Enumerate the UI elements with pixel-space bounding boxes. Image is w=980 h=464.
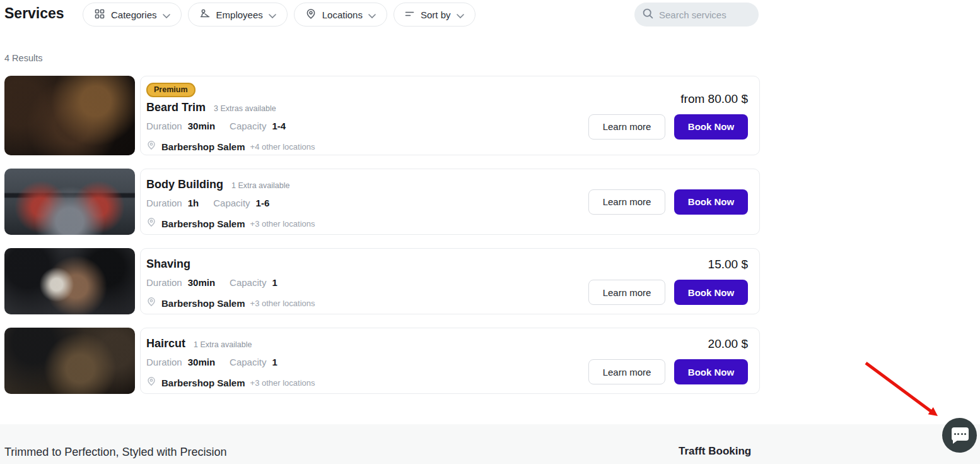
learn-more-button[interactable]: Learn more <box>588 359 665 384</box>
capacity-value: 1 <box>272 277 277 288</box>
capacity-value: 1-6 <box>256 198 270 208</box>
duration-label: Duration <box>146 357 182 367</box>
footer-tagline: Trimmed to Perfection, Styled with Preci… <box>4 446 226 459</box>
filter-bar: Categories Employees Locations <box>83 3 475 27</box>
body-building-photo <box>4 169 135 235</box>
location-name: Barbershop Salem <box>161 218 245 229</box>
location-pin-icon <box>146 297 156 309</box>
service-price: 20.00 $ <box>708 337 748 351</box>
service-meta: Duration 30min Capacity 1 <box>146 277 315 288</box>
service-meta: Duration 30min Capacity 1-4 <box>146 121 315 131</box>
chevron-down-icon <box>457 9 464 20</box>
service-card: Premium Beard Trim 3 Extras available Du… <box>140 76 760 155</box>
duration-label: Duration <box>146 277 182 288</box>
chevron-down-icon <box>269 9 276 20</box>
locations-filter[interactable]: Locations <box>294 3 387 27</box>
service-card: Body Building 1 Extra available Duration… <box>140 169 760 235</box>
capacity-label: Capacity <box>230 121 266 131</box>
location-pin-icon <box>146 376 156 389</box>
premium-badge: Premium <box>146 83 195 97</box>
service-location: Barbershop Salem +3 other locations <box>146 217 315 230</box>
other-locations: +4 other locations <box>250 142 315 152</box>
capacity-value: 1 <box>272 357 277 367</box>
grid-icon <box>94 8 105 21</box>
employee-icon <box>199 8 211 21</box>
service-actions: 20.00 $ Learn more Book Now <box>588 328 759 393</box>
sort-by-filter[interactable]: Sort by <box>394 3 475 27</box>
service-actions: from 80.00 $ Learn more Book Now <box>588 76 759 155</box>
service-details: Haircut 1 Extra available Duration 30min… <box>141 328 315 393</box>
other-locations: +3 other locations <box>250 219 315 229</box>
book-now-button[interactable]: Book Now <box>674 359 748 384</box>
duration-label: Duration <box>146 121 182 131</box>
search-input[interactable] <box>659 9 751 20</box>
location-pin-icon <box>146 217 156 230</box>
capacity-value: 1-4 <box>272 121 286 131</box>
other-locations: +3 other locations <box>250 299 315 308</box>
capacity-label: Capacity <box>230 357 266 367</box>
locations-filter-label: Locations <box>322 9 363 20</box>
page-footer: Trimmed to Perfection, Styled with Preci… <box>0 424 980 464</box>
service-card: Shaving Duration 30min Capacity 1 Barber… <box>140 248 760 314</box>
search-box <box>634 3 759 27</box>
beard-trim-photo <box>4 76 135 155</box>
learn-more-button[interactable]: Learn more <box>588 280 665 305</box>
results-count: 4 Results <box>4 53 42 63</box>
page-title: Services <box>4 5 64 22</box>
location-name: Barbershop Salem <box>161 141 245 152</box>
book-now-button[interactable]: Book Now <box>674 189 748 215</box>
service-actions: Learn more Book Now <box>588 169 759 234</box>
service-name: Beard Trim <box>146 101 206 114</box>
other-locations: +3 other locations <box>250 378 315 388</box>
service-price: from 80.00 $ <box>680 92 748 106</box>
service-extras: 1 Extra available <box>194 340 252 349</box>
categories-filter-label: Categories <box>111 9 157 20</box>
sort-icon <box>405 9 415 20</box>
book-now-button[interactable]: Book Now <box>674 280 748 305</box>
duration-label: Duration <box>146 198 182 208</box>
sort-by-filter-label: Sort by <box>421 9 451 20</box>
location-pin-icon <box>146 140 156 153</box>
location-name: Barbershop Salem <box>161 298 245 309</box>
search-icon <box>642 8 654 22</box>
employees-filter-label: Employees <box>216 9 263 20</box>
service-name: Shaving <box>146 258 190 271</box>
haircut-photo <box>4 328 135 394</box>
service-row-shaving: Shaving Duration 30min Capacity 1 Barber… <box>4 248 760 314</box>
chevron-down-icon <box>163 9 170 20</box>
service-row-haircut: Haircut 1 Extra available Duration 30min… <box>4 328 760 394</box>
employees-filter[interactable]: Employees <box>188 3 288 27</box>
book-now-button[interactable]: Book Now <box>674 114 748 140</box>
chat-bubble-icon <box>952 427 969 441</box>
service-details: Shaving Duration 30min Capacity 1 Barber… <box>141 249 315 314</box>
service-row-body-building: Body Building 1 Extra available Duration… <box>4 169 760 235</box>
service-extras: 1 Extra available <box>231 181 289 190</box>
duration-value: 1h <box>188 198 199 208</box>
service-card: Haircut 1 Extra available Duration 30min… <box>140 328 760 394</box>
service-location: Barbershop Salem +4 other locations <box>146 140 315 153</box>
learn-more-button[interactable]: Learn more <box>588 189 665 215</box>
capacity-label: Capacity <box>213 198 250 208</box>
service-actions: 15.00 $ Learn more Book Now <box>588 249 759 314</box>
duration-value: 30min <box>188 277 215 288</box>
service-location: Barbershop Salem +3 other locations <box>146 376 315 389</box>
shaving-photo <box>4 248 135 314</box>
service-name: Body Building <box>146 178 223 191</box>
service-extras: 3 Extras available <box>214 104 276 113</box>
learn-more-button[interactable]: Learn more <box>588 114 665 140</box>
duration-value: 30min <box>188 357 215 367</box>
capacity-label: Capacity <box>230 277 266 288</box>
service-meta: Duration 1h Capacity 1-6 <box>146 198 315 208</box>
service-price: 15.00 $ <box>708 258 748 271</box>
service-details: Premium Beard Trim 3 Extras available Du… <box>141 76 315 155</box>
location-name: Barbershop Salem <box>161 378 245 388</box>
chat-widget-button[interactable] <box>942 418 977 453</box>
service-meta: Duration 30min Capacity 1 <box>146 357 315 367</box>
categories-filter[interactable]: Categories <box>83 3 182 27</box>
service-name: Haircut <box>146 337 185 350</box>
footer-brand: Trafft Booking <box>679 445 751 458</box>
service-location: Barbershop Salem +3 other locations <box>146 297 315 309</box>
chevron-down-icon <box>368 9 376 20</box>
red-pointer-arrow <box>858 357 952 426</box>
service-row-beard-trim: Premium Beard Trim 3 Extras available Du… <box>4 76 760 155</box>
